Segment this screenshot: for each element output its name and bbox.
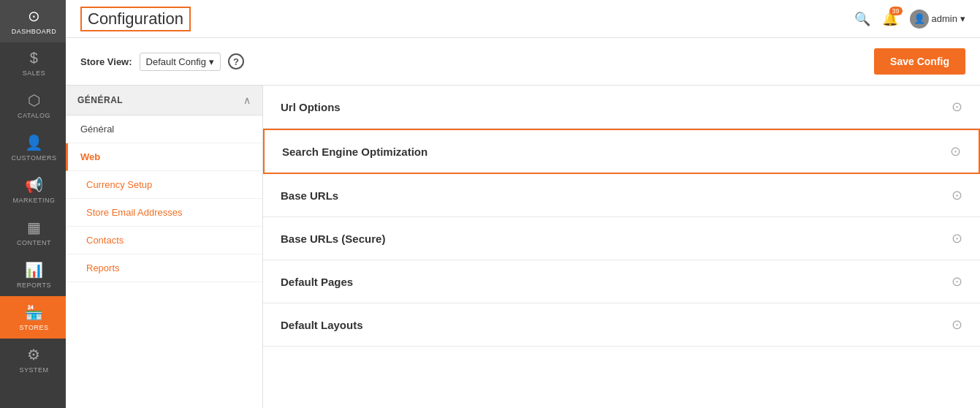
sidebar-label: CUSTOMERS	[12, 154, 57, 162]
sidebar-label: CATALOG	[18, 112, 50, 119]
config-menu-général[interactable]: Général	[66, 116, 262, 143]
config-row-default-pages[interactable]: Default Pages ⊙	[263, 260, 980, 303]
config-row-title: Default Layouts	[281, 319, 363, 331]
config-section-header[interactable]: GÉNÉRAL ∧	[66, 86, 262, 116]
main-content: Configuration 🔍 🔔 39 👤 admin ▾ Store Vie…	[66, 0, 980, 408]
config-menu-reports[interactable]: Reports	[66, 254, 262, 282]
main-body: GÉNÉRAL ∧ GénéralWebCurrency SetupStore …	[66, 86, 980, 408]
expand-icon: ⊙	[951, 187, 962, 203]
expand-icon: ⊙	[951, 99, 962, 115]
sidebar-label: STORES	[20, 324, 49, 331]
help-icon[interactable]: ?	[228, 53, 244, 69]
sidebar-icon: ⊙	[28, 7, 41, 25]
topbar: Configuration 🔍 🔔 39 👤 admin ▾	[66, 0, 980, 38]
config-row-title: Url Options	[281, 101, 341, 113]
expand-icon: ⊙	[951, 230, 962, 246]
config-menu-currency-setup[interactable]: Currency Setup	[66, 171, 262, 199]
search-button[interactable]: 🔍	[854, 11, 870, 27]
sidebar-item-dashboard[interactable]: ⊙ DASHBOARD	[0, 0, 66, 42]
admin-menu-button[interactable]: 👤 admin ▾	[910, 10, 965, 29]
config-sidebar: GÉNÉRAL ∧ GénéralWebCurrency SetupStore …	[66, 86, 263, 408]
page-title: Configuration	[80, 7, 191, 31]
store-view-label: Store View:	[80, 56, 132, 67]
config-row-title: Base URLs	[281, 189, 338, 202]
sidebar-label: MARKETING	[12, 197, 55, 204]
sidebar-icon: $	[30, 50, 39, 67]
sidebar-label: SYSTEM	[19, 366, 48, 374]
store-view-chevron-icon: ▾	[209, 56, 214, 67]
topbar-left: Configuration	[80, 7, 191, 31]
content-area: Store View: Default Config ▾ ? Save Conf…	[66, 38, 980, 408]
config-menu-contacts[interactable]: Contacts	[66, 227, 262, 254]
config-row-base-urls-(secure)[interactable]: Base URLs (Secure) ⊙	[263, 217, 980, 260]
sidebar-item-sales[interactable]: $ SALES	[0, 42, 66, 84]
admin-label: admin	[932, 13, 957, 24]
config-row-base-urls[interactable]: Base URLs ⊙	[263, 174, 980, 217]
config-menu-store-email-addresses[interactable]: Store Email Addresses	[66, 199, 262, 227]
sidebar-label: SALES	[23, 69, 46, 77]
config-rows-list: Url Options ⊙Search Engine Optimization …	[263, 86, 980, 347]
sidebar-icon: ⚙	[27, 346, 41, 363]
config-row-title: Default Pages	[281, 276, 353, 288]
sidebar-item-system[interactable]: ⚙ SYSTEM	[0, 339, 66, 381]
config-menu-web[interactable]: Web	[66, 143, 262, 171]
sidebar-icon: ▦	[27, 219, 42, 236]
expand-icon: ⊙	[950, 143, 961, 159]
admin-chevron: ▾	[960, 13, 965, 24]
notification-badge: 39	[889, 7, 903, 15]
section-chevron-icon: ∧	[243, 94, 251, 106]
sidebar-label: REPORTS	[17, 282, 51, 289]
store-view-value: Default Config	[146, 56, 206, 67]
sidebar-label: CONTENT	[17, 239, 51, 246]
config-row-title: Search Engine Optimization	[282, 146, 428, 158]
config-row-search-engine-optimization[interactable]: Search Engine Optimization ⊙	[263, 129, 980, 174]
sidebar-item-customers[interactable]: 👤 CUSTOMERS	[0, 126, 66, 169]
config-row-title: Base URLs (Secure)	[281, 233, 385, 245]
notification-button[interactable]: 🔔 39	[882, 11, 898, 27]
sidebar-item-content[interactable]: ▦ CONTENT	[0, 211, 66, 254]
admin-avatar: 👤	[910, 10, 929, 29]
config-row-url-options[interactable]: Url Options ⊙	[263, 86, 980, 129]
sidebar-item-catalog[interactable]: ⬡ CATALOG	[0, 84, 66, 126]
left-sidebar: ⊙ DASHBOARD$ SALES⬡ CATALOG👤 CUSTOMERS📢 …	[0, 0, 66, 408]
sidebar-item-stores[interactable]: 🏪 STORES	[0, 296, 66, 339]
store-view-select[interactable]: Default Config ▾	[140, 53, 221, 71]
sidebar-item-reports[interactable]: 📊 REPORTS	[0, 254, 66, 296]
sidebar-icon: 📢	[25, 176, 44, 194]
store-view-bar: Store View: Default Config ▾ ? Save Conf…	[66, 38, 980, 86]
sidebar-item-marketing[interactable]: 📢 MARKETING	[0, 169, 66, 211]
sidebar-icon: 🏪	[25, 303, 44, 321]
sidebar-label: DASHBOARD	[12, 28, 57, 35]
store-view-left: Store View: Default Config ▾ ?	[80, 53, 244, 71]
expand-icon: ⊙	[951, 317, 962, 333]
save-config-button[interactable]: Save Config	[874, 48, 965, 75]
topbar-right: 🔍 🔔 39 👤 admin ▾	[854, 10, 965, 29]
config-menu-list: GénéralWebCurrency SetupStore Email Addr…	[66, 116, 262, 282]
sidebar-icon: 👤	[25, 134, 44, 151]
config-content-panel: Url Options ⊙Search Engine Optimization …	[263, 86, 980, 408]
config-section-title: GÉNÉRAL	[77, 95, 123, 105]
sidebar-icon: ⬡	[28, 91, 41, 109]
expand-icon: ⊙	[951, 273, 962, 290]
config-row-default-layouts[interactable]: Default Layouts ⊙	[263, 303, 980, 347]
sidebar-icon: 📊	[25, 261, 44, 279]
